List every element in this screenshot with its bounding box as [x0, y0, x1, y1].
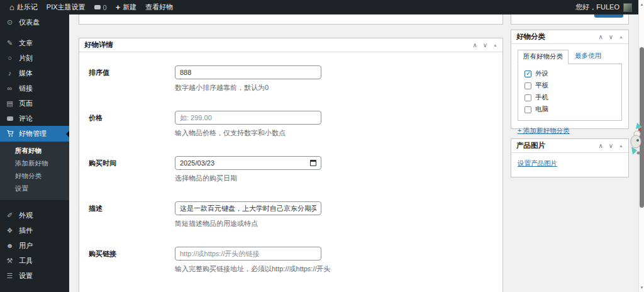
move-down-icon[interactable]: ∨ [609, 34, 613, 40]
sidebar-item-label: 外观 [19, 211, 33, 220]
add-category-link[interactable]: + 添加新好物分类 [518, 126, 570, 135]
sort-input[interactable] [175, 65, 321, 79]
site-name: 赴乐记 [17, 3, 38, 12]
set-product-image-link[interactable]: 设置产品图片 [518, 159, 557, 167]
sidebar-item-label: 好物管理 [19, 129, 47, 138]
category-checklist: 外设 平板 手机 电脑 [518, 64, 622, 121]
sidebar-item-users[interactable]: ☻ 用户 [0, 238, 69, 253]
settings-icon: ☰ [6, 272, 14, 279]
plugins-icon: ❖ [6, 227, 14, 234]
sidebar-item-settings[interactable]: ☰ 设置 [0, 268, 69, 283]
tools-icon: ⚒ [6, 257, 14, 264]
price-input[interactable] [175, 111, 321, 125]
purchase-date-value: 2025/03/23 [180, 159, 214, 167]
panel-title: 好物详情 [84, 40, 113, 50]
price-hint: 输入物品价格，仅支持数字和小数点 [175, 128, 414, 138]
plus-icon: + [116, 3, 121, 11]
sidebar-item-dashboard[interactable]: ⊙ 仪表盘 [0, 14, 69, 30]
checkbox[interactable] [525, 82, 531, 89]
sidebar-item-label: 片刻 [19, 53, 33, 63]
description-input[interactable] [175, 201, 321, 215]
category-label: 平板 [535, 81, 548, 90]
sidebar-item-label: 媒体 [19, 69, 33, 78]
move-up-icon[interactable]: ∧ [598, 143, 602, 149]
collapse-toggle-icon[interactable]: ▲ [619, 143, 623, 148]
account-greeting[interactable]: 您好，FULEO [575, 3, 619, 12]
admin-bar-site[interactable]: ⌂ 赴乐记 [5, 0, 42, 14]
sidebar-item-links[interactable]: ∞ 链接 [0, 81, 69, 96]
move-up-icon[interactable]: ∧ [472, 42, 477, 48]
collapse-toggle-icon[interactable]: ▲ [493, 43, 497, 47]
sidebar-item-tools[interactable]: ⚒ 工具 [0, 253, 69, 268]
sidebar-item-label: 评论 [19, 114, 33, 123]
admin-bar-theme-settings[interactable]: PIX主题设置 [42, 0, 90, 14]
sidebar-item-plugins[interactable]: ❖ 插件 [0, 223, 69, 238]
sidebar-item-comments[interactable]: 评论 [0, 111, 69, 126]
description-label: 描述 [89, 201, 175, 238]
media-icon: ♪ [6, 70, 14, 77]
sidebar-item-label: 页面 [19, 99, 33, 108]
move-up-icon[interactable]: ∧ [598, 34, 602, 40]
comment-count: 0 [103, 4, 107, 11]
purchase-date-row: 购买时间 2025/03/23 选择物品的购买日期 [89, 156, 493, 193]
purchase-date-hint: 选择物品的购买日期 [175, 174, 414, 183]
submenu-add-goods[interactable]: 添加新好物 [0, 157, 69, 170]
sidebar-item-posts[interactable]: ✎ 文章 [0, 35, 69, 50]
home-icon: ⌂ [9, 3, 14, 11]
admin-bar-view-item[interactable]: 查看好物 [141, 0, 177, 14]
description-row: 描述 简短描述物品的用途或特点 [89, 201, 493, 238]
cart-icon [6, 130, 14, 138]
category-item-peripherals[interactable]: 外设 [525, 69, 616, 78]
purchase-link-label: 购买链接 [89, 247, 175, 283]
submenu-goods-category[interactable]: 好物分类 [0, 170, 69, 182]
category-item-computer[interactable]: 电脑 [525, 105, 616, 114]
submenu-goods-settings[interactable]: 设置 [0, 182, 69, 195]
pages-icon: ▤ [6, 100, 14, 107]
price-row: 价格 输入物品价格，仅支持数字和小数点 [89, 111, 493, 147]
sidebar-item-moments[interactable]: ○ 片刻 [0, 50, 69, 65]
purchase-date-label: 购买时间 [89, 156, 175, 193]
comments-icon [6, 115, 14, 122]
move-down-icon[interactable]: ∨ [483, 42, 487, 48]
sidebar-item-media[interactable]: ♪ 媒体 [0, 65, 69, 81]
checkbox[interactable] [525, 70, 531, 77]
panel-title: 产品图片 [516, 141, 545, 150]
description-hint: 简短描述物品的用途或特点 [175, 219, 414, 228]
category-label: 手机 [535, 93, 548, 102]
mascot-widget[interactable] [629, 121, 644, 160]
sidebar-item-label: 插件 [19, 226, 33, 235]
purchase-date-input[interactable]: 2025/03/23 [175, 156, 321, 170]
admin-bar-new[interactable]: + 新建 [111, 0, 142, 14]
comment-icon [94, 5, 101, 9]
sidebar-item-label: 用户 [19, 241, 33, 250]
scroll-up-icon[interactable]: ▲ [639, 3, 644, 6]
checkbox[interactable] [525, 106, 531, 113]
panel-title: 好物分类 [516, 32, 545, 42]
goods-detail-panel: 好物详情 ∧ ∨ ▲ 排序值 数字越小排序越靠前，默认为0 价格 输入物品价格，… [79, 38, 503, 292]
tab-all-categories[interactable]: 所有好物分类 [518, 50, 569, 64]
view-item-label: 查看好物 [145, 3, 173, 12]
sidebar-item-appearance[interactable]: ✐ 外观 [0, 208, 69, 223]
admin-bar-comments[interactable]: 0 [90, 0, 111, 14]
calendar-icon[interactable] [310, 160, 316, 166]
category-item-phone[interactable]: 手机 [525, 93, 616, 102]
move-down-icon[interactable]: ∨ [609, 143, 613, 149]
submenu-all-goods[interactable]: 所有好物 [0, 145, 69, 157]
goods-submenu: 所有好物 添加新好物 好物分类 设置 [0, 142, 69, 200]
collapse-toggle-icon[interactable]: ▲ [619, 35, 623, 39]
avatar[interactable] [623, 3, 632, 12]
category-item-tablet[interactable]: 平板 [525, 81, 616, 90]
links-icon: ∞ [6, 85, 14, 92]
update-button-partial[interactable] [594, 14, 623, 18]
dashboard-icon: ⊙ [6, 19, 14, 26]
sidebar-item-goods-manage[interactable]: 好物管理 [0, 126, 69, 142]
checkbox[interactable] [525, 94, 531, 101]
scroll-down-icon[interactable]: ▼ [639, 286, 644, 289]
admin-sidebar: ⊙ 仪表盘 ✎ 文章 ○ 片刻 ♪ 媒体 ∞ 链接 ▤ 页面 评论 好物管理 所… [0, 14, 69, 292]
purchase-link-input[interactable] [175, 247, 321, 261]
tab-most-used[interactable]: 最多使用 [575, 52, 601, 64]
new-label: 新建 [123, 3, 136, 12]
users-icon: ☻ [6, 242, 14, 249]
sidebar-item-pages[interactable]: ▤ 页面 [0, 96, 69, 111]
category-label: 电脑 [535, 105, 548, 114]
